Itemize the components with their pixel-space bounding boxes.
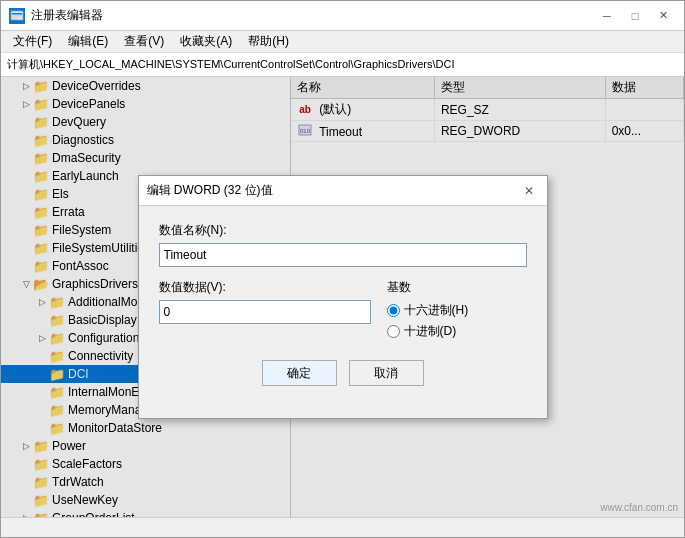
svg-rect-2 [12, 15, 22, 16]
window-controls: ─ □ ✕ [594, 6, 676, 26]
ok-button[interactable]: 确定 [262, 360, 337, 386]
base-section: 基数 十六进制(H) 十进制(D) [387, 279, 527, 344]
menu-favorites[interactable]: 收藏夹(A) [172, 31, 240, 52]
hex-radio-item[interactable]: 十六进制(H) [387, 302, 527, 319]
minimize-button[interactable]: ─ [594, 6, 620, 26]
dec-label: 十进制(D) [404, 323, 457, 340]
menu-bar: 文件(F) 编辑(E) 查看(V) 收藏夹(A) 帮助(H) [1, 31, 684, 53]
value-base-row: 数值数据(V): 基数 十六进制(H) 十进制(D) [159, 279, 527, 344]
modal-footer: 确定 取消 [159, 360, 527, 402]
window-title: 注册表编辑器 [31, 7, 103, 24]
hex-radio[interactable] [387, 304, 400, 317]
modal-title-bar: 编辑 DWORD (32 位)值 ✕ [139, 176, 547, 206]
hex-label: 十六进制(H) [404, 302, 469, 319]
address-bar: 计算机\HKEY_LOCAL_MACHINE\SYSTEM\CurrentCon… [1, 53, 684, 77]
data-label: 数值数据(V): [159, 279, 371, 296]
maximize-button[interactable]: □ [622, 6, 648, 26]
svg-rect-3 [12, 17, 18, 18]
edit-dword-dialog: 编辑 DWORD (32 位)值 ✕ 数值名称(N): 数值数据(V): [138, 175, 548, 419]
menu-edit[interactable]: 编辑(E) [60, 31, 116, 52]
modal-title: 编辑 DWORD (32 位)值 [147, 182, 273, 199]
app-icon [9, 8, 25, 24]
modal-overlay: 编辑 DWORD (32 位)值 ✕ 数值名称(N): 数值数据(V): [1, 77, 684, 517]
address-text: 计算机\HKEY_LOCAL_MACHINE\SYSTEM\CurrentCon… [7, 57, 454, 72]
status-bar [1, 517, 684, 537]
name-input[interactable] [159, 243, 527, 267]
modal-body: 数值名称(N): 数值数据(V): 基数 十六进制(H) [139, 206, 547, 418]
dec-radio[interactable] [387, 325, 400, 338]
registry-editor-window: 注册表编辑器 ─ □ ✕ 文件(F) 编辑(E) 查看(V) 收藏夹(A) 帮助… [0, 0, 685, 538]
modal-close-button[interactable]: ✕ [519, 181, 539, 201]
main-content: ▷ 📁 DeviceOverrides ▷ 📁 DevicePanels 📁 D… [1, 77, 684, 517]
menu-help[interactable]: 帮助(H) [240, 31, 297, 52]
base-title: 基数 [387, 279, 527, 296]
svg-rect-1 [12, 13, 22, 15]
value-input[interactable] [159, 300, 371, 324]
name-label: 数值名称(N): [159, 222, 527, 239]
dec-radio-item[interactable]: 十进制(D) [387, 323, 527, 340]
cancel-button[interactable]: 取消 [349, 360, 424, 386]
menu-file[interactable]: 文件(F) [5, 31, 60, 52]
menu-view[interactable]: 查看(V) [116, 31, 172, 52]
title-bar-left: 注册表编辑器 [9, 7, 103, 24]
value-section: 数值数据(V): [159, 279, 371, 324]
close-button[interactable]: ✕ [650, 6, 676, 26]
title-bar: 注册表编辑器 ─ □ ✕ [1, 1, 684, 31]
